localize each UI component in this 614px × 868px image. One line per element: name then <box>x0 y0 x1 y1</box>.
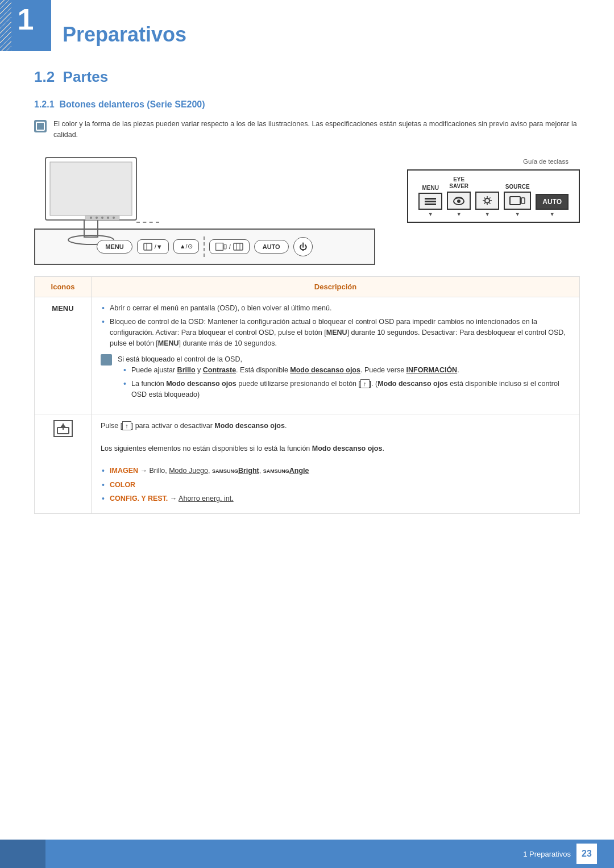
svg-rect-12 <box>425 203 436 205</box>
menu-icon-box <box>418 193 442 210</box>
top-button-icons-row: MENU ▼ EYESAVER <box>407 169 580 223</box>
table-row-eye-saver: Pulse [↑] para activar o desactivar Modo… <box>35 414 580 513</box>
guide-label: Guía de teclass <box>523 158 580 165</box>
note-box: El color y la forma de las piezas pueden… <box>34 119 580 140</box>
eye-saver-item-3: CONFIG. Y REST. → Ahorro energ. int. <box>101 493 570 504</box>
footer-left-block <box>0 840 45 868</box>
eye-saver-bullet-list: IMAGEN → Brillo, Modo Juego, SAMSUNGBrig… <box>101 466 570 504</box>
front-menu-button: MENU <box>97 240 132 254</box>
eye-saver-icon-box <box>447 192 471 210</box>
menu-desc-2: Bloqueo de control de la OSD: Mantener l… <box>101 317 570 348</box>
eye-saver-desc-1: Pulse [↑] para activar o desactivar Modo… <box>101 420 570 431</box>
dashed-connector <box>136 222 159 223</box>
eye-saver-desc-cell: Pulse [↑] para activar o desactivar Modo… <box>92 414 580 513</box>
svg-rect-25 <box>521 198 525 203</box>
brightness-icon-box <box>475 192 499 210</box>
eye-saver-item-2: COLOR <box>101 480 570 491</box>
auto-spacer <box>551 178 553 192</box>
menu-desc-cell: Abrir o cerrar el menú en pantalla (OSD)… <box>92 297 580 414</box>
monitor-illustration-area: Guía de teclass MENU <box>34 152 580 223</box>
svg-point-5 <box>90 217 92 219</box>
svg-line-23 <box>489 197 491 198</box>
brightness-button-group: ▼ <box>475 176 499 217</box>
menu-inner-1: Puede ajustar Brillo y Contraste. Está d… <box>122 365 570 376</box>
front-power-button: ⏻ <box>293 237 313 256</box>
small-note-icon <box>101 354 112 366</box>
svg-line-21 <box>489 202 491 203</box>
front-updown-button: ▲/⊙ <box>173 239 199 254</box>
menu-inner-bullets: Puede ajustar Brillo y Contraste. Está d… <box>122 365 570 400</box>
svg-rect-29 <box>224 244 226 249</box>
svg-line-22 <box>484 202 486 203</box>
table-row-menu: MENU Abrir o cerrar el menú en pantalla … <box>35 297 580 414</box>
chapter-header: 1 Preparativos <box>0 0 614 51</box>
svg-rect-10 <box>425 198 436 200</box>
eye-saver-cell-img <box>44 420 82 437</box>
menu-bullet-list: Abrir o cerrar el menú en pantalla (OSD)… <box>101 303 570 349</box>
monitor-diagram <box>34 152 154 223</box>
svg-rect-26 <box>144 243 152 250</box>
section-title: 1.2 Partes <box>34 68 580 86</box>
eye-saver-button-group: EYESAVER ▼ <box>447 176 471 217</box>
source-icon-box <box>504 192 531 210</box>
source-button-group: SOURCE ▼ <box>504 184 531 217</box>
content-area: 1.2 Partes 1.2.1 Botones delanteros (Ser… <box>0 68 614 514</box>
menu-desc-1: Abrir o cerrar el menú en pantalla (OSD)… <box>101 303 570 314</box>
brightness-label <box>487 176 488 190</box>
svg-point-14 <box>457 200 460 203</box>
footer-area: 1 Preparativos 23 <box>523 844 597 864</box>
svg-rect-2 <box>84 220 98 237</box>
svg-point-15 <box>485 198 489 203</box>
menu-button-group: MENU ▼ <box>418 185 442 217</box>
svg-rect-28 <box>215 243 223 250</box>
page-container: 1 Preparativos 1.2 Partes 1.2.1 Botones … <box>0 0 614 868</box>
subsection-title: 1.2.1 Botones delanteros (Serie SE200) <box>34 99 580 110</box>
footer-page-number: 23 <box>576 844 597 864</box>
table-col2-header: Descripción <box>92 276 580 297</box>
note-icon <box>34 120 47 132</box>
menu-icon-label: MENU <box>52 304 73 313</box>
svg-point-8 <box>107 217 109 219</box>
table-col1-header: Iconos <box>35 276 92 297</box>
svg-rect-11 <box>425 201 436 202</box>
menu-arrow: ▼ <box>428 211 433 217</box>
chapter-title-area: Preparativos <box>51 0 186 51</box>
menu-note-inner: Si está bloqueado el control de la OSD, … <box>101 354 570 404</box>
front-up-button: /▼ <box>137 239 169 254</box>
eye-saver-icon-cell <box>35 414 92 513</box>
svg-point-9 <box>113 217 115 219</box>
eye-saver-arrow: ▼ <box>457 211 462 217</box>
auto-arrow: ▼ <box>550 211 555 217</box>
svg-point-7 <box>101 217 103 219</box>
menu-icon-cell: MENU <box>35 297 92 414</box>
menu-note-text: Si está bloqueado el control de la OSD, … <box>118 354 570 404</box>
front-source-button: / <box>209 239 250 254</box>
auto-button: AUTO <box>536 194 569 210</box>
eye-saver-label: EYESAVER <box>449 176 468 190</box>
eye-saver-desc-2: Los siguientes elementos no están dispon… <box>101 443 570 454</box>
brightness-arrow: ▼ <box>485 211 490 217</box>
dashed-divider <box>204 236 205 257</box>
source-arrow: ▼ <box>515 211 520 217</box>
svg-line-20 <box>484 197 486 198</box>
note-text: El color y la forma de las piezas pueden… <box>53 119 580 140</box>
diagonal-decoration <box>0 0 11 51</box>
upload-icon-box <box>53 420 73 437</box>
svg-point-6 <box>96 217 98 219</box>
chapter-title: Preparativos <box>63 23 186 47</box>
menu-inner-2: La función Modo descanso ojos puede util… <box>122 379 570 400</box>
footer-text: 1 Preparativos <box>523 850 571 858</box>
eye-saver-item-1: IMAGEN → Brillo, Modo Juego, SAMSUNGBrig… <box>101 466 570 476</box>
chapter-number: 1 <box>18 5 34 34</box>
source-label: SOURCE <box>505 184 530 190</box>
page-footer: 1 Preparativos 23 <box>0 840 614 868</box>
button-panel-area: Guía de teclass MENU <box>165 158 580 223</box>
menu-label: MENU <box>422 185 438 191</box>
svg-rect-30 <box>234 243 243 250</box>
info-table: Iconos Descripción MENU Abrir o cerrar e… <box>34 276 580 514</box>
front-auto-button: AUTO <box>254 240 289 254</box>
svg-rect-24 <box>510 197 520 205</box>
svg-rect-1 <box>50 162 132 215</box>
auto-button-group: AUTO ▼ <box>536 178 569 217</box>
